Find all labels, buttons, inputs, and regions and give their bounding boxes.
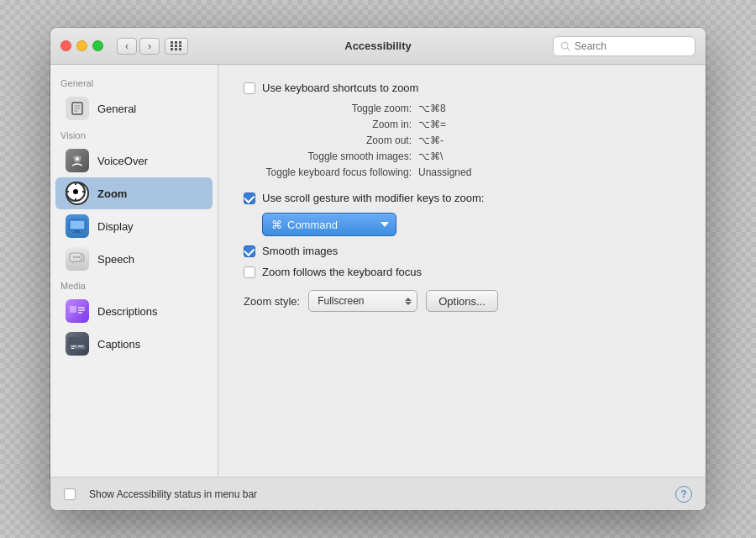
scroll-gesture-checkbox[interactable] (244, 193, 255, 204)
shortcut-row-smooth: Toggle smooth images: ⌥⌘\ (244, 150, 680, 162)
zoom-follows-row: Zoom follows the keyboard focus (244, 266, 680, 278)
sidebar-item-captions-label: Captions (97, 338, 140, 351)
grid-view-button[interactable] (165, 38, 188, 55)
sidebar-section-media: Media (50, 276, 218, 294)
svg-line-1 (567, 48, 570, 50)
shortcut-keyboard-focus-value: Unassigned (418, 166, 471, 178)
shortcut-keyboard-focus-label: Toggle keyboard focus following: (244, 166, 412, 178)
shortcut-smooth-value: ⌥⌘\ (418, 150, 443, 162)
command-dropdown-arrow-icon (381, 222, 389, 227)
svg-point-8 (73, 156, 75, 158)
zoom-arrow-down-icon (405, 302, 412, 305)
scroll-gesture-row: Use scroll gesture with modifier keys to… (244, 192, 680, 204)
use-keyboard-row: Use keyboard shortcuts to zoom (244, 82, 680, 94)
sidebar-section-general: General (50, 73, 218, 92)
command-dropdown-text: Command (287, 219, 375, 231)
shortcut-zoom-in-label: Zoom in: (244, 119, 412, 130)
use-keyboard-checkbox[interactable] (244, 82, 255, 94)
show-status-row: Show Accessibility status in menu bar (64, 488, 257, 500)
command-dropdown-row: ⌘ Command (262, 213, 680, 236)
forward-icon: › (148, 40, 151, 52)
command-dropdown[interactable]: ⌘ Command (262, 213, 396, 236)
shortcut-zoom-in-value: ⌥⌘= (418, 119, 446, 130)
svg-point-23 (78, 256, 80, 258)
sidebar-item-speech[interactable]: Speech (55, 243, 213, 275)
content-area: General General Vision (50, 65, 706, 477)
shortcut-toggle-zoom-label: Toggle zoom: (244, 103, 412, 114)
search-icon (560, 41, 570, 51)
main-window: ‹ › Accessibility General (50, 28, 706, 510)
descriptions-icon (66, 299, 89, 323)
sidebar-item-zoom-label: Zoom (97, 187, 127, 200)
shortcuts-table: Toggle zoom: ⌥⌘8 Zoom in: ⌥⌘= Zoom out: … (244, 103, 680, 178)
titlebar: ‹ › Accessibility (50, 28, 706, 65)
svg-rect-18 (75, 230, 80, 232)
scroll-gesture-label: Use scroll gesture with modifier keys to… (262, 192, 484, 204)
shortcut-toggle-zoom-value: ⌥⌘8 (418, 103, 446, 114)
zoom-style-row: Zoom style: Fullscreen Options... (244, 290, 680, 312)
show-status-checkbox[interactable] (64, 488, 76, 500)
window-title: Accessibility (344, 40, 412, 52)
sidebar-item-captions[interactable]: Captions (55, 328, 213, 360)
options-button[interactable]: Options... (426, 290, 498, 312)
sidebar-item-general[interactable]: General (55, 92, 213, 124)
sidebar-section-vision: Vision (50, 125, 218, 144)
sidebar-item-descriptions[interactable]: Descriptions (55, 295, 213, 327)
smooth-images-row: Smooth images (244, 245, 680, 257)
sidebar-item-voiceover-label: VoiceOver (97, 155, 148, 167)
command-icon: ⌘ (271, 219, 282, 231)
sidebar-item-voiceover[interactable]: VoiceOver (55, 145, 213, 177)
zoom-arrow-up-icon (405, 298, 412, 301)
smooth-images-checkbox[interactable] (244, 245, 255, 257)
svg-point-9 (80, 156, 81, 158)
shortcut-zoom-out-value: ⌥⌘- (418, 134, 444, 146)
svg-point-22 (76, 256, 77, 258)
zoom-follows-label: Zoom follows the keyboard focus (262, 266, 422, 278)
captions-icon (66, 332, 89, 356)
use-keyboard-label: Use keyboard shortcuts to zoom (262, 82, 418, 94)
svg-rect-17 (71, 221, 84, 229)
nav-buttons: ‹ › (117, 38, 160, 55)
shortcut-smooth-label: Toggle smooth images: (244, 150, 412, 162)
shortcut-row-keyboard-focus: Toggle keyboard focus following: Unassig… (244, 166, 680, 178)
sidebar-item-zoom[interactable]: Zoom (55, 177, 213, 209)
grid-icon (171, 41, 182, 50)
general-icon (66, 97, 89, 120)
zoom-style-label: Zoom style: (244, 295, 300, 308)
zoom-icon (66, 182, 89, 205)
sidebar-item-descriptions-label: Descriptions (97, 305, 158, 318)
minimize-button[interactable] (76, 40, 87, 51)
zoom-style-value: Fullscreen (318, 295, 402, 307)
forward-button[interactable]: › (139, 38, 160, 55)
sidebar-item-speech-label: Speech (97, 253, 134, 266)
svg-point-7 (76, 157, 79, 161)
maximize-button[interactable] (92, 40, 103, 51)
shortcut-row-toggle-zoom: Toggle zoom: ⌥⌘8 (244, 103, 680, 114)
traffic-lights (60, 40, 103, 51)
voiceover-icon (66, 149, 89, 172)
zoom-style-dropdown-arrows-icon (405, 298, 412, 305)
search-input[interactable] (575, 40, 688, 52)
svg-rect-19 (73, 232, 81, 233)
help-button[interactable]: ? (675, 486, 692, 503)
close-button[interactable] (60, 40, 71, 51)
svg-point-21 (73, 256, 75, 258)
sidebar-item-display-label: Display (97, 220, 134, 233)
shortcut-zoom-out-label: Zoom out: (244, 134, 412, 146)
sidebar-item-general-label: General (97, 103, 136, 115)
back-button[interactable]: ‹ (117, 38, 137, 55)
shortcut-row-zoom-in: Zoom in: ⌥⌘= (244, 119, 680, 130)
zoom-style-dropdown[interactable]: Fullscreen (308, 290, 417, 312)
sidebar-item-display[interactable]: Display (55, 210, 213, 242)
smooth-images-label: Smooth images (262, 245, 338, 257)
bottom-bar: Show Accessibility status in menu bar ? (50, 477, 706, 510)
sidebar: General General Vision (50, 65, 218, 477)
show-status-label: Show Accessibility status in menu bar (89, 488, 257, 500)
shortcut-row-zoom-out: Zoom out: ⌥⌘- (244, 134, 680, 146)
zoom-follows-checkbox[interactable] (244, 266, 255, 278)
back-icon: ‹ (125, 40, 129, 52)
svg-rect-25 (70, 306, 76, 313)
svg-point-11 (73, 189, 78, 194)
search-box[interactable] (553, 36, 696, 56)
display-icon (66, 214, 89, 238)
